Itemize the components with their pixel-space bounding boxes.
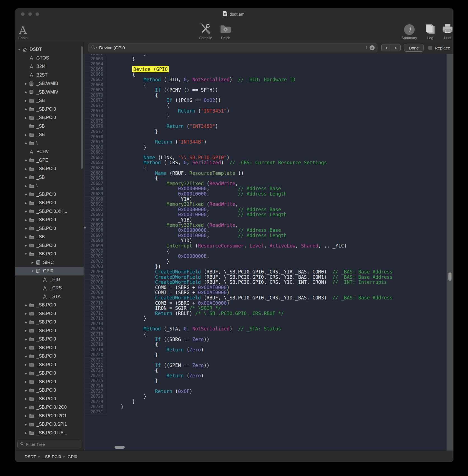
- tree-row-sb[interactable]: ▶_SB: [15, 96, 84, 105]
- code-line[interactable]: 20670 {: [84, 93, 446, 98]
- disclosure-triangle-icon[interactable]: ▶: [23, 406, 29, 409]
- tree-row-sbpci0[interactable]: ▶_SB.PCI0: [15, 327, 84, 335]
- code-line[interactable]: 20672 {: [84, 103, 446, 108]
- tree-row-sbwmib[interactable]: ▶_SB.WMIB: [15, 79, 84, 88]
- disclosure-triangle-icon[interactable]: ▶: [23, 363, 29, 366]
- tree-row-sbpci0[interactable]: ▶_SB.PCI0: [15, 216, 84, 224]
- code-line[interactable]: 20687 Memory32Fixed (ReadWrite,: [84, 181, 446, 186]
- disclosure-triangle-icon[interactable]: ▼: [16, 48, 22, 51]
- tree-row-sbpci0[interactable]: ▶_SB.PCI0: [15, 241, 84, 250]
- code-line[interactable]: 20726: [84, 384, 446, 389]
- tree-row-sb[interactable]: ▶_SB: [15, 233, 84, 241]
- disclosure-triangle-icon[interactable]: ▶: [23, 389, 29, 392]
- disclosure-triangle-icon[interactable]: ▶: [23, 142, 29, 145]
- tree-row-sb[interactable]: _SB: [15, 122, 84, 131]
- code-line[interactable]: 20713 }: [84, 316, 446, 321]
- disclosure-triangle-icon[interactable]: ▶: [23, 82, 29, 85]
- tree-row-sta[interactable]: _STA: [15, 292, 84, 301]
- tree-row-sbpci0i2c1[interactable]: ▶_SB.PCI0.I2C1: [15, 412, 84, 420]
- code-line[interactable]: 20705 CreateDWordField (RBUF, \_SB.PCI0.…: [84, 275, 446, 280]
- code-line[interactable]: 20697 0x00010000, // Address Length: [84, 233, 446, 238]
- breadcrumb-item-gpi0[interactable]: GPI0: [68, 454, 77, 459]
- code-line[interactable]: 20662 }: [84, 54, 446, 56]
- code-line[interactable]: 20704 CreateDWordField (RBUF, \_SB.PCI0.…: [84, 269, 446, 275]
- code-line[interactable]: 20679 Return ("INT344B"): [84, 139, 446, 145]
- code-line[interactable]: 20701 0x0000000E,: [84, 254, 446, 259]
- code-line[interactable]: 20685 Name (RBUF, ResourceTemplate (): [84, 171, 446, 176]
- code-line[interactable]: 20728 }: [84, 394, 446, 399]
- tree-row-gpe[interactable]: ▶_GPE: [15, 156, 84, 165]
- code-line[interactable]: 20720 }: [84, 352, 446, 358]
- fonts-button[interactable]: A Fonts: [18, 21, 28, 40]
- tree-row-sbpci0[interactable]: ▶_SB.PCI0: [15, 165, 84, 173]
- code-line[interactable]: 20683 Method (_CRS, 0, Serialized) // _C…: [84, 160, 446, 165]
- find-input[interactable]: ▾ Device (GPI0 1 ×: [88, 43, 377, 52]
- disclosure-triangle-icon[interactable]: ▶: [23, 304, 29, 307]
- tree-row-pchv[interactable]: PCHV: [15, 147, 84, 156]
- code-line[interactable]: 20692 0x00000000, // Address Base: [84, 207, 446, 212]
- minimize-window-button[interactable]: [28, 12, 32, 16]
- disclosure-triangle-icon[interactable]: ▶: [23, 431, 29, 434]
- code-line[interactable]: 20689 0x00010000, // Address Length: [84, 191, 446, 197]
- disclosure-triangle-icon[interactable]: ▶: [23, 423, 29, 426]
- code-line[interactable]: 20723 {: [84, 368, 446, 373]
- code-line[interactable]: 20669 If ((PCHV () == SPTH)): [84, 87, 446, 93]
- tree-row-sbpci0spi1[interactable]: ▶_SB.PCI0.SPI1: [15, 420, 84, 429]
- disclosure-triangle-icon[interactable]: ▶: [23, 116, 29, 119]
- disclosure-triangle-icon[interactable]: ▶: [23, 355, 29, 358]
- tree-row-sbpci0ua[interactable]: ▶_SB.PCI0.UA...: [15, 429, 84, 437]
- find-previous-button[interactable]: <: [382, 44, 391, 51]
- code-line[interactable]: 20678: [84, 134, 446, 140]
- tree-row-sbpci0[interactable]: ▶_SB.PCI0: [15, 344, 84, 352]
- disclosure-triangle-icon[interactable]: ▶: [23, 184, 29, 187]
- code-line[interactable]: 20721: [84, 358, 446, 363]
- code-line[interactable]: 20702 }: [84, 259, 446, 264]
- tree-row-b2i4[interactable]: B2I4: [15, 62, 84, 71]
- tree-row-[interactable]: ▶\: [15, 139, 84, 148]
- code-line[interactable]: 20703 }): [84, 264, 446, 269]
- sidebar-scrollbar-thumb[interactable]: [81, 46, 83, 169]
- tree-row-sbpci0[interactable]: ▶_SB.PCI0: [15, 395, 84, 403]
- splitter-handle-dot[interactable]: [84, 227, 86, 229]
- code-line[interactable]: 20674 }: [84, 113, 446, 119]
- code-line[interactable]: 20722 If ((GPEN == Zero)): [84, 363, 446, 368]
- code-line[interactable]: 20708 COM1 = (SBRG + 0x00AE0000): [84, 290, 446, 295]
- tree-row-sbpci0[interactable]: ▶_SB.PCI0: [15, 199, 84, 207]
- tree-row-sbpci0[interactable]: ▶_SB.PCI0: [15, 352, 84, 361]
- code-line[interactable]: 20695 Memory32Fixed (ReadWrite,: [84, 223, 446, 228]
- tree-row-gpi0[interactable]: ▼GPI0: [15, 267, 84, 275]
- tree-row-sb[interactable]: ▶_SB: [15, 173, 84, 182]
- tree-row-sbpci0[interactable]: ▶_SB.PCI0: [15, 301, 84, 310]
- disclosure-triangle-icon[interactable]: ▶: [23, 193, 29, 196]
- disclosure-triangle-icon[interactable]: ▶: [23, 346, 29, 349]
- tree-row-sbpci0xh[interactable]: ▶_SB.PCI0.XH...: [15, 207, 84, 216]
- disclosure-triangle-icon[interactable]: ▶: [23, 176, 29, 179]
- tree-row-sb[interactable]: ▶_SB: [15, 130, 84, 139]
- disclosure-triangle-icon[interactable]: ▶: [23, 321, 29, 324]
- disclosure-triangle-icon[interactable]: ▶: [23, 244, 29, 247]
- disclosure-triangle-icon[interactable]: ▶: [23, 218, 29, 222]
- tree-row-sbpci0[interactable]: ▶_SB.PCI0: [15, 361, 84, 369]
- tree-row-sbpci0[interactable]: ▼_SB.PCI0: [15, 250, 84, 258]
- tree-row-sbpci0[interactable]: ▶_SB.PCI0: [15, 113, 84, 122]
- log-button[interactable]: Log: [424, 21, 436, 40]
- code-line[interactable]: 20668 {: [84, 82, 446, 88]
- code-line[interactable]: 20719 Return (Zero): [84, 347, 446, 353]
- tree-row-sbpci0[interactable]: ▶_SB.PCI0: [15, 190, 84, 199]
- tree-row-sbpci0[interactable]: ▶_SB.PCI0: [15, 310, 84, 318]
- code-line[interactable]: 20677 }: [84, 129, 446, 134]
- code-line[interactable]: 20676 Return ("INT345D"): [84, 124, 446, 129]
- code-line[interactable]: 20716 {: [84, 332, 446, 337]
- tree-row-sbwmiv[interactable]: ▶_SB.WMIV: [15, 88, 84, 97]
- code-line[interactable]: 20673 Return ("INT3451"): [84, 108, 446, 114]
- code-line[interactable]: 20717 If ((SBRG == Zero)): [84, 337, 446, 342]
- code-line[interactable]: 20698 _Y1D): [84, 238, 446, 243]
- code-line[interactable]: 20715 Method (_STA, 0, NotSerialized) //…: [84, 326, 446, 332]
- code-line[interactable]: 20711 IRQN = SGIR /* \SGIR */: [84, 306, 446, 311]
- code-line[interactable]: 20665 Device (GPI0: [84, 67, 446, 72]
- replace-checkbox[interactable]: [428, 46, 432, 50]
- disclosure-triangle-icon[interactable]: ▶: [23, 99, 29, 102]
- code-line[interactable]: 20725 }: [84, 378, 446, 384]
- code-line[interactable]: 20730 }: [84, 404, 446, 410]
- code-line[interactable]: 20707 COM0 = (SBRG + 0x00AF0000): [84, 285, 446, 290]
